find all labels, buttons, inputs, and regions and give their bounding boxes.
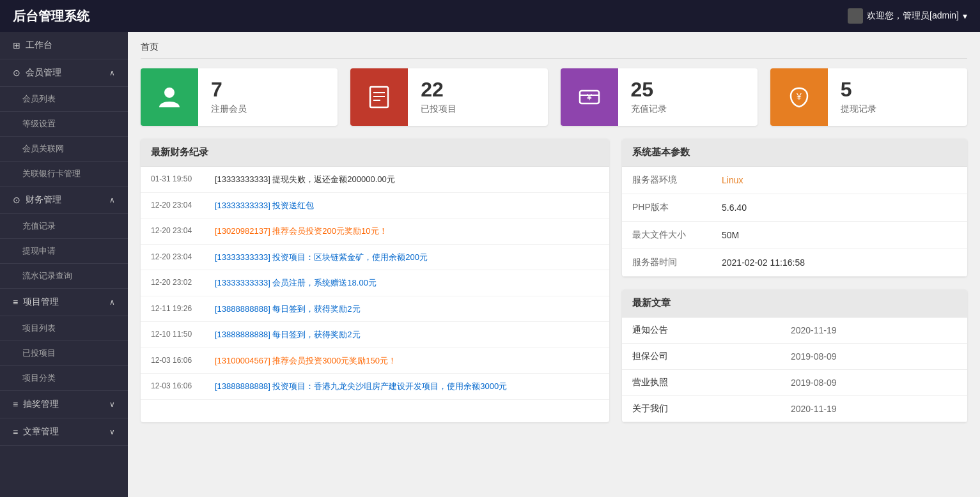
header: 后台管理系统 欢迎您，管理员[admin] ▾ [0, 0, 980, 32]
sidebar-item-lottery[interactable]: ≡ 抽奖管理 ∨ [0, 391, 128, 418]
finance-record-text: [13333333333] 会员注册，系统赠送18.00元 [215, 277, 599, 289]
sys-param-key: 服务器环境 [622, 167, 712, 194]
sidebar-item-member-network[interactable]: 会员关联网 [0, 137, 128, 162]
user-greeting: 欢迎您，管理员[admin] [867, 10, 959, 22]
sidebar-item-bank-card[interactable]: 关联银行卡管理 [0, 162, 128, 187]
finance-record-item: 01-31 19:50[13333333333] 提现失败，返还金额200000… [141, 167, 609, 193]
lottery-icon: ≡ [13, 399, 18, 409]
sidebar-item-level-setting[interactable]: 等级设置 [0, 112, 128, 137]
sys-param-value: 50M [712, 222, 967, 249]
sys-param-key: 服务器时间 [622, 249, 712, 277]
stat-label-members: 注册会员 [211, 103, 325, 115]
sidebar-item-withdraw[interactable]: 提现申请 [0, 239, 128, 264]
article-title: 营业执照 [622, 370, 781, 396]
sidebar-item-project[interactable]: ≡ 项目管理 ∧ [0, 289, 128, 316]
sys-param-value: Linux [712, 167, 967, 194]
sidebar-item-project-list[interactable]: 项目列表 [0, 316, 128, 341]
sys-param-value: 2021-02-02 11:16:58 [712, 249, 967, 277]
finance-record-time: 12-11 19:26 [151, 303, 215, 314]
stats-row: 7 注册会员 22 已投项目 [141, 68, 967, 126]
sys-param-row: 服务器时间2021-02-02 11:16:58 [622, 249, 967, 277]
stat-label-invested: 已投项目 [421, 103, 534, 115]
stat-icon-recharge: ¥ [561, 68, 618, 126]
stat-card-members: 7 注册会员 [141, 68, 338, 126]
finance-chevron-icon: ∧ [109, 195, 115, 204]
article-row: 关于我们2020-11-19 [622, 396, 967, 422]
layout: ⊞ 工作台 ⊙ 会员管理 ∧ 会员列表 等级设置 会员关联网 关联银行卡管理 ⊙… [0, 32, 980, 497]
sys-param-value: 5.6.40 [712, 194, 967, 222]
project-icon: ≡ [13, 297, 18, 307]
project-label: 项目管理 [23, 296, 59, 308]
project-chevron-icon: ∧ [109, 298, 115, 307]
articles-panel-body: 通知公告2020-11-19担保公司2019-08-09营业执照2019-08-… [622, 317, 967, 422]
article-date: 2020-11-19 [781, 396, 967, 422]
finance-record-time: 12-20 23:04 [151, 251, 215, 263]
app-title: 后台管理系统 [13, 8, 89, 25]
finance-record-time: 12-20 23:02 [151, 277, 215, 288]
finance-record-item: 12-20 23:04[13020982137] 推荐会员投资200元奖励10元… [141, 218, 609, 245]
system-panel-header: 系统基本参数 [622, 139, 967, 167]
header-user[interactable]: 欢迎您，管理员[admin] ▾ [848, 8, 967, 24]
user-avatar [848, 8, 863, 24]
finance-record-time: 12-20 23:04 [151, 225, 215, 236]
finance-record-time: 12-20 23:04 [151, 199, 215, 211]
finance-record-text: [13333333333] 投资送红包 [215, 199, 599, 212]
finance-icon: ⊙ [13, 195, 20, 205]
grid-icon: ⊞ [13, 40, 20, 50]
finance-panel-header: 最新财务纪录 [141, 139, 609, 167]
sys-param-row: 服务器环境Linux [622, 167, 967, 194]
sidebar-item-article[interactable]: ≡ 文章管理 ∨ [0, 418, 128, 446]
user-dropdown-icon[interactable]: ▾ [963, 11, 967, 21]
workbench-label: 工作台 [26, 40, 52, 51]
sys-param-row: 最大文件大小50M [622, 222, 967, 249]
sidebar-item-project-category[interactable]: 项目分类 [0, 366, 128, 391]
stat-card-invested: 22 已投项目 [350, 68, 547, 126]
article-title: 关于我们 [622, 396, 781, 422]
finance-record-text: [13100004567] 推荐会员投资3000元奖励150元！ [215, 355, 599, 367]
sidebar-item-flow-records[interactable]: 流水记录查询 [0, 264, 128, 289]
sidebar-item-member-list[interactable]: 会员列表 [0, 87, 128, 112]
finance-record-item: 12-03 16:06[13100004567] 推荐会员投资3000元奖励15… [141, 348, 609, 374]
article-icon: ≡ [13, 427, 18, 437]
member-label: 会员管理 [26, 67, 61, 79]
sidebar-item-invested[interactable]: 已投项目 [0, 341, 128, 366]
finance-record-text: [13020982137] 推荐会员投资200元奖励10元！ [215, 225, 599, 238]
finance-record-item: 12-03 16:06[13888888888] 投资项目：香港九龙尖沙咀房产建… [141, 374, 609, 400]
sys-param-key: 最大文件大小 [622, 222, 712, 249]
finance-record-text: [13888888888] 每日签到，获得奖励2元 [215, 328, 599, 341]
sidebar-item-finance[interactable]: ⊙ 财务管理 ∧ [0, 187, 128, 214]
main-content: 首页 7 注册会员 [128, 32, 980, 497]
sidebar-item-member[interactable]: ⊙ 会员管理 ∧ [0, 59, 128, 87]
articles-panel-header: 最新文章 [622, 289, 967, 317]
member-chevron-icon: ∧ [109, 68, 115, 77]
stat-card-recharge: ¥ 25 充值记录 [561, 68, 758, 126]
stat-number-recharge: 25 [631, 79, 745, 100]
finance-record-time: 12-03 16:06 [151, 355, 215, 366]
stat-icon-members [141, 68, 198, 126]
finance-record-item: 12-11 19:26[13888888888] 每日签到，获得奖励2元 [141, 296, 609, 323]
article-date: 2019-08-09 [781, 344, 967, 370]
stat-icon-invested [350, 68, 408, 126]
sidebar: ⊞ 工作台 ⊙ 会员管理 ∧ 会员列表 等级设置 会员关联网 关联银行卡管理 ⊙… [0, 32, 128, 497]
sidebar-item-workbench[interactable]: ⊞ 工作台 [0, 32, 128, 59]
sys-param-key: PHP版本 [622, 194, 712, 222]
finance-record-time: 12-03 16:06 [151, 380, 215, 392]
svg-text:¥: ¥ [796, 91, 802, 102]
stat-icon-withdraw: ¥ [770, 68, 828, 126]
stat-card-withdraw: ¥ 5 提现记录 [770, 68, 967, 126]
finance-record-time: 01-31 19:50 [151, 173, 215, 185]
right-column: 系统基本参数 服务器环境LinuxPHP版本5.6.40最大文件大小50M服务器… [622, 139, 967, 422]
finance-record-item: 12-10 11:50[13888888888] 每日签到，获得奖励2元 [141, 322, 609, 348]
article-row: 通知公告2020-11-19 [622, 317, 967, 344]
finance-record-time: 12-10 11:50 [151, 328, 215, 340]
article-row: 营业执照2019-08-09 [622, 370, 967, 396]
finance-panel-body: 01-31 19:50[13333333333] 提现失败，返还金额200000… [141, 167, 609, 400]
finance-record-item: 12-20 23:04[13333333333] 投资项目：区块链紫金矿，使用余… [141, 245, 609, 271]
articles-table: 通知公告2020-11-19担保公司2019-08-09营业执照2019-08-… [622, 317, 967, 422]
finance-record-text: [13333333333] 投资项目：区块链紫金矿，使用余额200元 [215, 251, 599, 264]
system-params-table: 服务器环境LinuxPHP版本5.6.40最大文件大小50M服务器时间2021-… [622, 167, 967, 277]
articles-panel: 最新文章 通知公告2020-11-19担保公司2019-08-09营业执照201… [622, 289, 967, 422]
article-chevron-icon: ∨ [109, 427, 115, 436]
system-panel-body: 服务器环境LinuxPHP版本5.6.40最大文件大小50M服务器时间2021-… [622, 167, 967, 277]
sidebar-item-recharge[interactable]: 充值记录 [0, 214, 128, 239]
